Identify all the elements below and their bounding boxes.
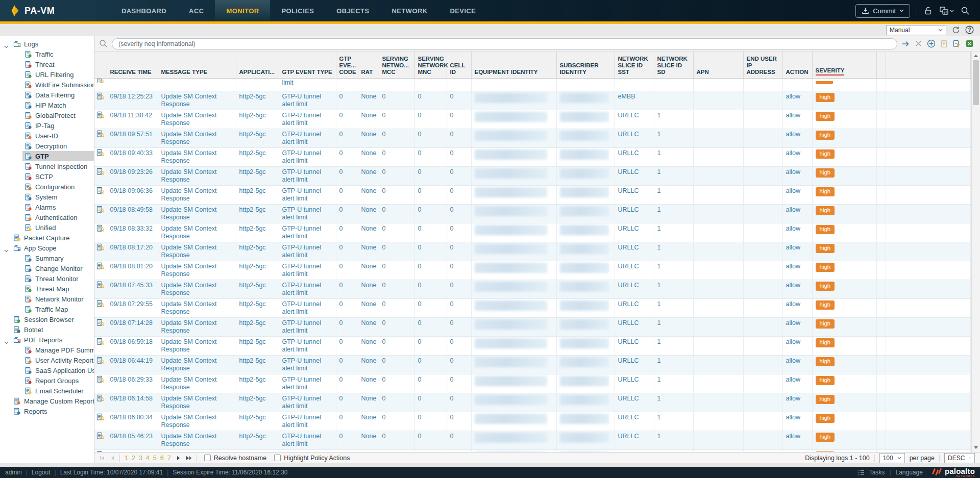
log-detail-icon[interactable]	[96, 224, 104, 232]
mcc-link[interactable]: 0	[382, 131, 386, 138]
log-row[interactable]: 09/18 07:45:33Update SM Context Response…	[94, 280, 971, 298]
severity-badge[interactable]: high	[816, 451, 835, 452]
severity-badge[interactable]: high	[816, 244, 835, 253]
receive-time-link[interactable]: 09/18 12:25:23	[110, 93, 153, 100]
log-filter-input[interactable]	[112, 38, 897, 49]
mnc-link[interactable]: 0	[418, 376, 422, 383]
application-link[interactable]: http2-5gc	[239, 93, 266, 100]
log-detail-icon[interactable]	[96, 92, 104, 100]
mnc-link[interactable]: 0	[418, 244, 422, 251]
rat-link[interactable]: None	[361, 338, 377, 345]
cell-id-link[interactable]: 0	[450, 206, 454, 213]
log-detail-icon[interactable]	[96, 78, 107, 83]
page-link-5[interactable]: 5	[153, 455, 157, 462]
log-row[interactable]: 09/18 06:44:19Update SM Context Response…	[94, 355, 971, 374]
log-row[interactable]: 09/18 06:00:34Update SM Context Response…	[94, 412, 971, 431]
sst-link[interactable]: URLLC	[618, 338, 639, 345]
sst-link[interactable]: URLLC	[618, 433, 639, 440]
gtp-event-type-link[interactable]: GTP-U tunnel alert limit	[282, 168, 321, 183]
severity-badge[interactable]: high	[816, 263, 835, 272]
sd-link[interactable]: 1	[657, 149, 661, 157]
sidebar-item-ip-tag[interactable]: IP-Tag	[0, 120, 94, 131]
page-link-6[interactable]: 6	[160, 455, 164, 462]
rat-link[interactable]: None	[361, 263, 377, 270]
sd-link[interactable]: 1	[657, 225, 661, 232]
log-row[interactable]: 09/18 07:14:28Update SM Context Response…	[94, 317, 971, 336]
log-detail-icon[interactable]	[96, 338, 104, 345]
mnc-link[interactable]: 0	[418, 93, 422, 100]
action-link[interactable]: allow	[786, 225, 801, 232]
sidebar-item-change-monitor[interactable]: Change Monitor	[0, 263, 94, 273]
severity-badge[interactable]: high	[816, 206, 835, 215]
severity-badge[interactable]: high	[816, 93, 835, 102]
code-link[interactable]: 0	[339, 395, 343, 402]
severity-badge[interactable]: high	[816, 414, 835, 423]
sidebar-item-hip-match[interactable]: HIP Match	[0, 100, 94, 110]
cell-id-link[interactable]: 0	[450, 187, 454, 194]
column-header-equipment_identity[interactable]: EQUIPMENT IDENTITY	[471, 52, 556, 78]
sidebar-item-packet-capture[interactable]: Packet Capture	[0, 233, 94, 243]
column-header-sd[interactable]: NETWORK SLICE ID SD	[654, 52, 693, 78]
cell-id-link[interactable]: 0	[450, 319, 454, 326]
action-link[interactable]: allow	[786, 112, 801, 119]
gtp-event-type-link[interactable]: GTP-U tunnel alert limit	[282, 433, 321, 447]
save-filter-icon[interactable]	[940, 40, 948, 48]
gtp-event-type-link[interactable]: GTP-U tunnel alert limit	[282, 451, 321, 452]
column-header-apn[interactable]: APN	[693, 52, 743, 78]
cell-id-link[interactable]: 0	[450, 263, 454, 270]
column-header-receive_time[interactable]: RECEIVE TIME	[107, 52, 158, 78]
log-row[interactable]: 09/18 08:01:20Update SM Context Response…	[94, 261, 971, 280]
sidebar-item-user-id[interactable]: User-ID	[0, 131, 94, 141]
sidebar-item-user-activity-report[interactable]: User Activity Report	[0, 355, 94, 365]
log-detail-icon[interactable]	[96, 243, 104, 251]
application-link[interactable]: http2-5gc	[239, 319, 266, 326]
mcc-link[interactable]: 0	[382, 244, 386, 251]
application-link[interactable]: http2-5gc	[239, 244, 266, 251]
action-link[interactable]: allow	[786, 131, 801, 138]
last-page-button[interactable]	[185, 456, 191, 461]
cell-id-link[interactable]: 0	[450, 93, 454, 100]
log-row[interactable]: 09/18 06:14:58Update SM Context Response…	[94, 393, 971, 412]
code-link[interactable]: 0	[339, 244, 343, 251]
sidebar-item-saas-application-usage[interactable]: SaaS Application Usage	[0, 365, 94, 375]
message-type-link[interactable]: Update SM Context Response	[161, 131, 217, 145]
mnc-link[interactable]: 0	[418, 168, 422, 175]
gtp-event-type-link[interactable]: GTP-U tunnel alert limit	[282, 282, 321, 296]
log-row[interactable]: 09/18 08:33:32Update SM Context Response…	[94, 223, 971, 242]
column-header-severity[interactable]: SEVERITY	[812, 52, 876, 78]
action-link[interactable]: allow	[786, 433, 801, 440]
application-link[interactable]: http2-5gc	[239, 376, 266, 383]
severity-badge[interactable]: high	[816, 395, 835, 404]
action-link[interactable]: allow	[786, 338, 801, 345]
application-link[interactable]: http2-5gc	[239, 300, 266, 308]
log-row[interactable]: 09/18 06:59:18Update SM Context Response…	[94, 336, 971, 355]
sidebar-item-decryption[interactable]: Decryption	[0, 141, 94, 151]
severity-badge[interactable]: high	[816, 300, 835, 310]
log-detail-icon[interactable]	[96, 187, 104, 194]
mcc-link[interactable]: 0	[382, 282, 386, 289]
mcc-link[interactable]: 0	[382, 206, 386, 213]
sidebar-item-logs[interactable]: Logs	[0, 39, 94, 49]
sd-link[interactable]: 1	[657, 338, 661, 345]
mnc-link[interactable]: 0	[418, 319, 422, 326]
sst-link[interactable]: URLLC	[618, 168, 639, 175]
log-detail-icon[interactable]	[96, 451, 104, 452]
log-row[interactable]: 09/18 12:25:23Update SM Context Response…	[94, 91, 971, 110]
mnc-link[interactable]: 0	[418, 395, 422, 402]
sd-link[interactable]: 1	[657, 206, 661, 213]
sst-link[interactable]: URLLC	[618, 263, 639, 270]
log-detail-icon[interactable]	[96, 451, 104, 452]
mcc-link[interactable]: 0	[382, 149, 386, 157]
log-detail-icon[interactable]	[96, 92, 104, 100]
receive-time-link[interactable]: 09/18 08:49:58	[110, 206, 153, 213]
code-link[interactable]: 0	[339, 225, 343, 232]
gtp-event-type-link[interactable]: GTP-U tunnel alert limit	[282, 376, 321, 391]
column-header-application[interactable]: APPLICATI...	[236, 52, 279, 78]
gtp-event-type-link[interactable]: GTP-U tunnel alert limit	[282, 395, 321, 410]
clear-filter-x-icon[interactable]	[915, 40, 922, 47]
log-row[interactable]: 09/18 05:46:23Update SM Context Response…	[94, 431, 971, 449]
severity-badge[interactable]: high	[816, 357, 835, 366]
severity-badge[interactable]: high	[816, 282, 835, 291]
receive-time-link[interactable]: 09/18 06:29:33	[110, 376, 153, 383]
mcc-link[interactable]: 0	[382, 225, 386, 232]
